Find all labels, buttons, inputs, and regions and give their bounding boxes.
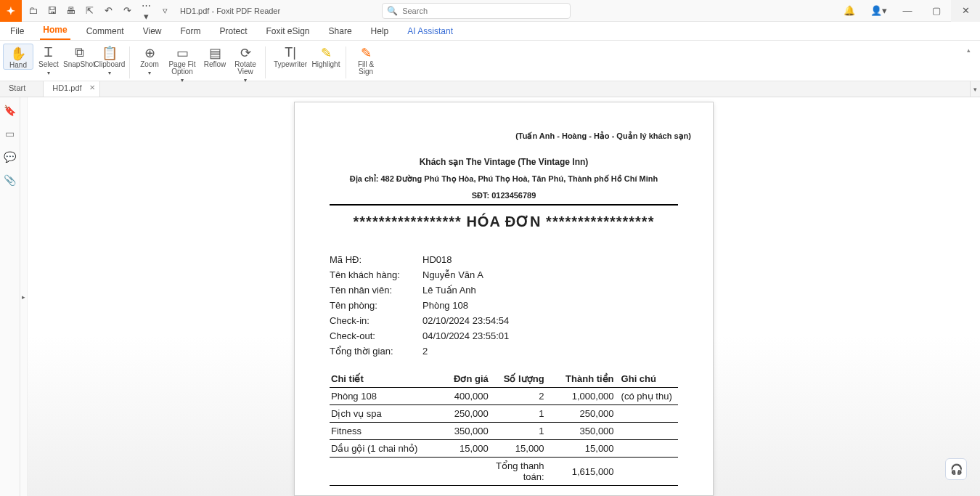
ribbon: ✋Hand ᏆSelect▾ ⧉SnapShot 📋Clipboard▾ ⊕Zo… [0, 41, 980, 81]
menu-help[interactable]: Help [368, 23, 392, 40]
tool-select[interactable]: ᏆSelect▾ [33, 44, 64, 76]
tool-typewriter[interactable]: T|Typewriter [270, 44, 311, 68]
chevron-down-icon: ▾ [108, 70, 111, 76]
pagefit-icon: ▭ [176, 45, 189, 60]
tool-pagefit[interactable]: ▭Page Fit Option▾ [165, 44, 200, 84]
table-row: Dịch vụ spa250,0001250,000 [330, 405, 678, 423]
tab-start[interactable]: Start [0, 81, 44, 97]
search-input[interactable] [402, 7, 562, 15]
panel-expand-icon[interactable]: ▸ [20, 97, 28, 496]
tabs-dropdown-icon[interactable]: ▾ [970, 81, 980, 97]
search-icon: 🔍 [387, 6, 398, 16]
invoice-info: Mã HĐ:HD018 Tên khách hàng:Nguyễn Văn A … [330, 252, 678, 359]
ribbon-collapse-icon[interactable]: ▴ [967, 44, 977, 54]
redo-icon[interactable]: ↷ [121, 5, 134, 16]
undo-icon[interactable]: ↶ [102, 5, 115, 16]
search-box[interactable]: 🔍 [382, 3, 571, 19]
table-row: Phòng 108400,00021,000,000(có phụ thu) [330, 388, 678, 405]
menu-ai-assistant[interactable]: AI Assistant [404, 23, 456, 40]
app-logo: ✦ [0, 0, 22, 22]
menu-view[interactable]: View [140, 23, 165, 40]
tab-close-icon[interactable]: ✕ [89, 84, 95, 92]
invoice-table: Chi tiết Đơn giá Số lượng Thành tiền Ghi… [330, 370, 678, 486]
pdf-page: (Tuấn Anh - Hoàng - Hảo - Quản lý khách … [294, 102, 714, 496]
menu-esign[interactable]: Foxit eSign [264, 23, 313, 40]
doc-hotel-name: Khách sạn The Vintage (The Vintage Inn) [317, 157, 691, 167]
fillsign-icon: ✎ [361, 45, 372, 60]
bookmark-icon[interactable]: 🔖 [4, 105, 16, 116]
menu-share[interactable]: Share [326, 23, 355, 40]
tool-fill-sign[interactable]: ✎Fill & Sign [351, 44, 381, 76]
workspace: 🔖 ▭ 💬 📎 ▸ (Tuấn Anh - Hoàng - Hảo - Quản… [0, 97, 980, 496]
table-row: Fitness350,0001350,000 [330, 423, 678, 440]
save-icon[interactable]: 🖫 [45, 5, 58, 16]
tool-clipboard[interactable]: 📋Clipboard▾ [94, 44, 125, 76]
table-row: Dầu gội (1 chai nhỏ)15,00015,00015,000 [330, 440, 678, 458]
document-tabs: Start HD1.pdf✕ ▾ [0, 81, 980, 97]
tab-document[interactable]: HD1.pdf✕ [44, 81, 99, 97]
menu-comment[interactable]: Comment [83, 23, 127, 40]
titlebar: ✦ 🗀 🖫 🖶 ⇱ ↶ ↷ ⋯▾ ▿ HD1.pdf - Foxit PDF R… [0, 0, 980, 22]
reflow-icon: ▤ [209, 45, 221, 60]
total-row: Tổng thanh toán:1,615,000 [330, 458, 678, 486]
highlight-icon: ✎ [321, 45, 332, 60]
doc-heading: ***************** HÓA ĐƠN **************… [317, 213, 691, 230]
quick-access-toolbar: 🗀 🖫 🖶 ⇱ ↶ ↷ ⋯▾ ▿ [22, 0, 176, 22]
tool-highlight[interactable]: ✎Highlight [311, 44, 341, 68]
comments-icon[interactable]: 💬 [4, 151, 16, 163]
close-button[interactable]: ✕ [951, 0, 980, 22]
user-icon[interactable]: 👤▾ [864, 0, 893, 22]
menu-form[interactable]: Form [178, 23, 204, 40]
tool-snapshot[interactable]: ⧉SnapShot [64, 44, 94, 68]
maximize-button[interactable]: ▢ [922, 0, 951, 22]
chevron-down-icon: ▾ [148, 70, 151, 76]
hand-icon: ✋ [10, 46, 26, 60]
open-icon[interactable]: 🗀 [26, 5, 39, 16]
snapshot-icon: ⧉ [75, 45, 84, 60]
tool-reflow[interactable]: ▤Reflow [200, 44, 230, 68]
minimize-button[interactable]: ― [893, 0, 922, 22]
export-icon[interactable]: ⇱ [83, 5, 96, 16]
tool-hand[interactable]: ✋Hand [3, 44, 33, 70]
bell-icon[interactable]: 🔔 [835, 0, 864, 22]
dropdown-icon[interactable]: ▿ [158, 5, 171, 16]
print-icon[interactable]: 🖶 [64, 5, 77, 16]
attachments-icon[interactable]: 📎 [4, 174, 16, 186]
clipboard-icon: 📋 [102, 45, 118, 60]
zoom-icon: ⊕ [144, 45, 155, 60]
select-icon: Ꮖ [44, 45, 53, 60]
doc-subtitle: (Tuấn Anh - Hoàng - Hảo - Quản lý khách … [317, 131, 691, 141]
more-icon[interactable]: ⋯▾ [139, 0, 152, 22]
tool-rotate[interactable]: ⟳Rotate View▾ [230, 44, 261, 84]
pages-icon[interactable]: ▭ [5, 128, 15, 139]
typewriter-icon: T| [285, 45, 296, 60]
navigation-panel: 🔖 ▭ 💬 📎 [0, 97, 20, 496]
menu-file[interactable]: File [7, 23, 27, 40]
menu-home[interactable]: Home [40, 22, 70, 40]
doc-phone: SĐT: 0123456789 [317, 191, 691, 200]
menu-protect[interactable]: Protect [217, 23, 250, 40]
tool-zoom[interactable]: ⊕Zoom▾ [134, 44, 165, 76]
rotate-icon: ⟳ [240, 45, 251, 60]
window-title: HD1.pdf - Foxit PDF Reader [180, 7, 280, 15]
document-viewer[interactable]: (Tuấn Anh - Hoàng - Hảo - Quản lý khách … [28, 97, 980, 496]
ai-assistant-fab[interactable]: 🎧 [945, 458, 967, 480]
doc-address: Địa chỉ: 482 Đường Phú Thọ Hòa, Phú Thọ … [317, 174, 691, 184]
menu-bar: File Home Comment View Form Protect Foxi… [0, 22, 980, 41]
chevron-down-icon: ▾ [47, 70, 50, 76]
